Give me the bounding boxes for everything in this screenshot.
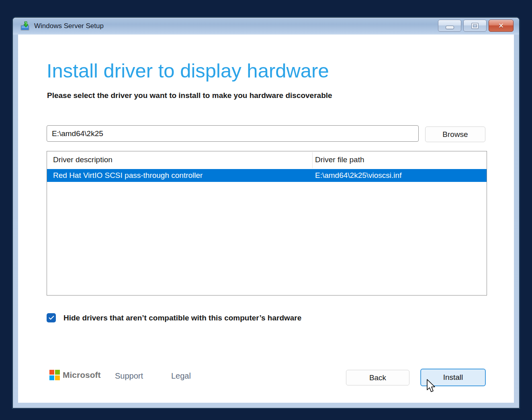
driver-filepath-cell: E:\amd64\2k25\vioscsi.inf (315, 169, 401, 182)
hide-incompatible-label[interactable]: Hide drivers that aren’t compatible with… (63, 314, 301, 322)
install-driver-icon (20, 21, 30, 31)
desktop-background: Windows Server Setup ✕ Install driver to… (0, 0, 532, 420)
table-header: Driver description Driver file path (47, 151, 487, 169)
ms-logo-green-square (55, 370, 60, 375)
hide-incompatible-checkbox[interactable] (47, 313, 56, 322)
client-area: Install driver to display hardware Pleas… (18, 35, 514, 403)
driver-table[interactable]: Driver description Driver file path Red … (47, 151, 487, 296)
page-subtitle: Please select the driver you want to ins… (47, 91, 332, 100)
window-title: Windows Server Setup (34, 18, 104, 35)
maximize-button[interactable] (463, 20, 487, 32)
microsoft-brand-text: Microsoft (63, 370, 101, 380)
ms-logo-blue-square (49, 375, 54, 380)
driver-description-cell: Red Hat VirtIO SCSI pass-through control… (53, 169, 203, 182)
column-header-filepath[interactable]: Driver file path (315, 151, 364, 168)
microsoft-logo-icon (49, 370, 60, 380)
hide-incompatible-row: Hide drivers that aren’t compatible with… (47, 313, 301, 322)
column-divider[interactable] (312, 152, 313, 168)
page-title: Install driver to display hardware (47, 59, 329, 82)
ms-logo-red-square (49, 370, 54, 375)
close-button[interactable]: ✕ (489, 20, 514, 32)
maximize-icon (472, 23, 478, 29)
column-header-description[interactable]: Driver description (53, 151, 113, 168)
titlebar[interactable]: Windows Server Setup ✕ (13, 18, 519, 35)
minimize-icon (446, 26, 454, 29)
checkmark-icon (49, 316, 54, 320)
close-icon: ✕ (498, 22, 504, 29)
ms-logo-yellow-square (55, 375, 60, 380)
table-row[interactable]: Red Hat VirtIO SCSI pass-through control… (47, 169, 487, 182)
legal-link[interactable]: Legal (171, 371, 191, 381)
back-button[interactable]: Back (346, 370, 409, 385)
mouse-cursor-icon (426, 379, 437, 394)
driver-path-input[interactable] (47, 125, 419, 142)
minimize-button[interactable] (438, 20, 461, 32)
support-link[interactable]: Support (115, 371, 143, 381)
setup-window: Windows Server Setup ✕ Install driver to… (12, 17, 520, 408)
browse-button[interactable]: Browse (425, 126, 485, 142)
caption-buttons: ✕ (438, 20, 514, 32)
